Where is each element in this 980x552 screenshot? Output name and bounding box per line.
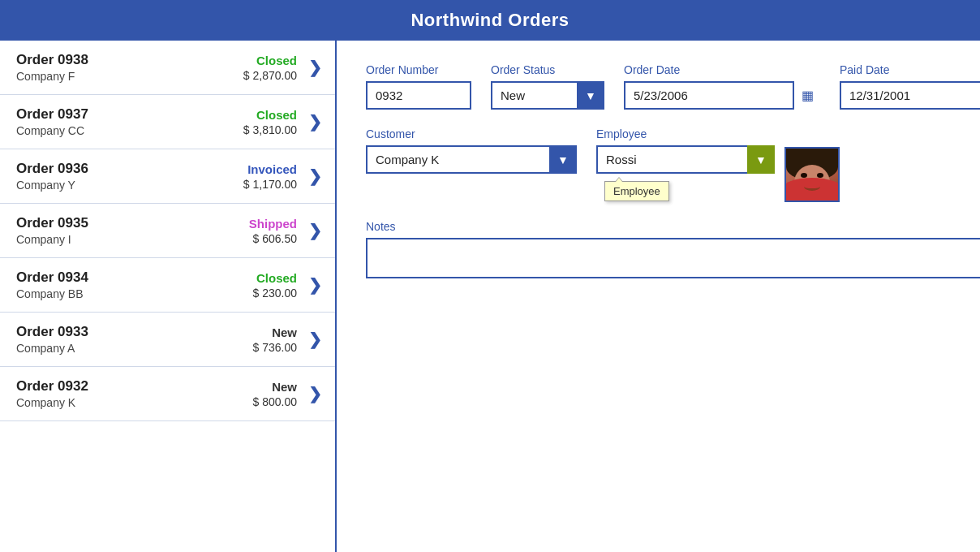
employee-photo — [784, 147, 840, 202]
order-status: Shipped — [249, 217, 297, 231]
order-info: Order 0933 Company A — [16, 324, 253, 355]
customer-select[interactable]: Company KCompany ACompany BCompany I — [366, 145, 577, 174]
order-info: Order 0936 Company Y — [16, 161, 243, 192]
photo-eye-right — [817, 173, 823, 178]
order-status-select[interactable]: NewShippedInvoicedClosed — [491, 81, 604, 110]
order-chevron-icon: ❯ — [308, 275, 322, 295]
employee-label: Employee — [596, 127, 775, 140]
order-company: Company F — [16, 70, 243, 83]
order-company: Company K — [16, 396, 253, 409]
photo-eye-left — [801, 173, 807, 178]
order-right: Closed $ 2,870.00 — [243, 54, 297, 82]
order-number: Order 0935 — [16, 215, 249, 231]
order-status: Invoiced — [243, 162, 297, 176]
order-status: New — [253, 326, 298, 339]
order-list-item[interactable]: Order 0935 Company I Shipped $ 606.50 ❯ — [0, 204, 335, 258]
order-company: Company A — [16, 342, 253, 355]
order-info: Order 0934 Company BB — [16, 270, 253, 300]
order-date-calendar-button[interactable]: ▦ — [793, 81, 820, 110]
order-detail-form: Order Number Order Status NewShippedInvo… — [337, 41, 980, 552]
order-number: Order 0937 — [16, 106, 243, 123]
orders-list: Order 0938 Company F Closed $ 2,870.00 ❯… — [0, 41, 337, 552]
order-chevron-icon: ❯ — [308, 384, 322, 403]
order-company: Company Y — [16, 179, 243, 192]
customer-group: Customer Company KCompany ACompany BComp… — [366, 127, 577, 174]
order-amount: $ 800.00 — [253, 395, 298, 408]
order-list-item[interactable]: Order 0938 Company F Closed $ 2,870.00 ❯ — [0, 41, 335, 95]
order-number: Order 0932 — [16, 378, 253, 395]
order-status: Closed — [253, 271, 298, 285]
order-amount: $ 3,810.00 — [243, 123, 297, 136]
order-date-input[interactable] — [624, 81, 820, 110]
notes-group: Notes — [366, 220, 980, 278]
order-right: Invoiced $ 1,170.00 — [243, 162, 297, 191]
photo-smile — [804, 183, 820, 191]
order-right: New $ 800.00 — [253, 380, 298, 408]
paid-date-group: Paid Date ▦ — [840, 63, 980, 110]
order-right: Closed $ 230.00 — [253, 271, 298, 300]
order-amount: $ 230.00 — [253, 287, 298, 300]
order-number: Order 0938 — [16, 52, 243, 68]
order-chevron-icon: ❯ — [308, 58, 322, 77]
order-info: Order 0938 Company F — [16, 52, 243, 83]
order-list-item[interactable]: Order 0936 Company Y Invoiced $ 1,170.00… — [0, 149, 335, 204]
app-container: Northwind Orders Order 0938 Company F Cl… — [0, 0, 980, 552]
order-amount: $ 606.50 — [249, 232, 297, 245]
order-info: Order 0935 Company I — [16, 215, 249, 246]
paid-date-wrapper: ▦ — [840, 81, 980, 110]
customer-select-wrapper: Company KCompany ACompany BCompany I ▼ — [366, 145, 577, 174]
order-chevron-icon: ❯ — [308, 112, 322, 132]
notes-label: Notes — [366, 220, 980, 233]
order-status: New — [253, 380, 298, 394]
order-amount: $ 736.00 — [253, 341, 298, 354]
order-right: New $ 736.00 — [253, 326, 298, 354]
app-header: Northwind Orders — [0, 0, 980, 41]
employee-dropdown-wrapper: RossiSmithJones ▼ Employee — [596, 145, 775, 174]
order-number-label: Order Number — [366, 63, 471, 76]
employee-select-group: Employee RossiSmithJones ▼ Employee — [596, 127, 775, 174]
order-company: Company I — [16, 233, 249, 246]
order-number-input[interactable] — [366, 81, 471, 110]
order-chevron-icon: ❯ — [308, 221, 322, 240]
order-company: Company CC — [16, 124, 243, 137]
order-list-item[interactable]: Order 0934 Company BB Closed $ 230.00 ❯ — [0, 258, 335, 313]
employee-select[interactable]: RossiSmithJones — [596, 145, 775, 174]
order-date-group: Order Date ▦ — [624, 63, 820, 110]
order-date-wrapper: ▦ — [624, 81, 820, 110]
form-row-2: Customer Company KCompany ACompany BComp… — [366, 127, 980, 202]
order-status-label: Order Status — [491, 63, 604, 76]
order-status: Closed — [243, 108, 297, 122]
employee-tooltip-text: Employee — [613, 185, 660, 197]
calendar-icon: ▦ — [802, 88, 814, 103]
order-info: Order 0937 Company CC — [16, 106, 243, 137]
order-status-select-wrapper: NewShippedInvoicedClosed ▼ — [491, 81, 604, 110]
order-chevron-icon: ❯ — [308, 330, 322, 349]
order-number: Order 0936 — [16, 161, 243, 177]
order-info: Order 0932 Company K — [16, 378, 253, 409]
order-company: Company BB — [16, 287, 253, 300]
notes-input[interactable] — [366, 238, 980, 278]
order-number: Order 0933 — [16, 324, 253, 340]
photo-face — [786, 149, 838, 201]
app-title: Northwind Orders — [410, 10, 569, 30]
order-date-label: Order Date — [624, 63, 820, 76]
order-amount: $ 1,170.00 — [243, 178, 297, 191]
paid-date-input[interactable] — [840, 81, 980, 110]
main-content: Order 0938 Company F Closed $ 2,870.00 ❯… — [0, 41, 980, 552]
order-list-item[interactable]: Order 0937 Company CC Closed $ 3,810.00 … — [0, 95, 335, 149]
order-list-item[interactable]: Order 0933 Company A New $ 736.00 ❯ — [0, 313, 335, 367]
employee-tooltip: Employee — [604, 181, 669, 201]
order-number-group: Order Number — [366, 63, 471, 110]
employee-section: Employee RossiSmithJones ▼ Employee — [596, 127, 840, 202]
customer-label: Customer — [366, 127, 577, 140]
order-list-item[interactable]: Order 0932 Company K New $ 800.00 ❯ — [0, 367, 335, 421]
order-status-group: Order Status NewShippedInvoicedClosed ▼ — [491, 63, 604, 110]
order-chevron-icon: ❯ — [308, 166, 322, 186]
order-amount: $ 2,870.00 — [243, 69, 297, 82]
order-right: Shipped $ 606.50 — [249, 217, 297, 245]
order-number: Order 0934 — [16, 270, 253, 286]
order-right: Closed $ 3,810.00 — [243, 108, 297, 136]
form-row-1: Order Number Order Status NewShippedInvo… — [366, 63, 980, 110]
paid-date-label: Paid Date — [840, 63, 980, 76]
order-status: Closed — [243, 54, 297, 67]
